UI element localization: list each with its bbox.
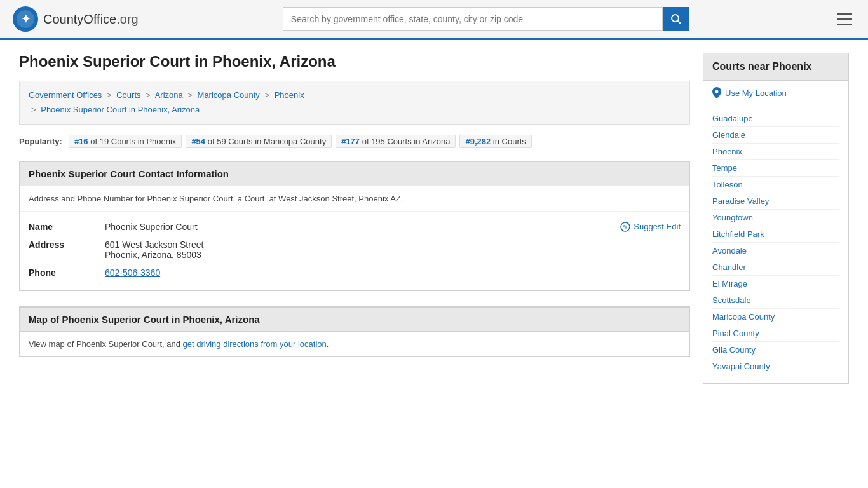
sidebar-link-glendale[interactable]: Glendale bbox=[712, 127, 839, 144]
breadcrumb: Government Offices > Courts > Arizona > … bbox=[19, 81, 690, 125]
contact-section: Phoenix Superior Court Contact Informati… bbox=[19, 161, 690, 291]
bc-sep-4: > bbox=[264, 90, 269, 100]
sidebar-link-yavapai-county[interactable]: Yavapai County bbox=[712, 358, 839, 374]
use-location-link[interactable]: Use My Location bbox=[725, 88, 787, 98]
page-title: Phoenix Superior Court in Phoenix, Arizo… bbox=[19, 53, 690, 71]
sidebar-link-el-mirage[interactable]: El Mirage bbox=[712, 276, 839, 292]
sidebar-link-litchfield-park[interactable]: Litchfield Park bbox=[712, 226, 839, 243]
content-area: Phoenix Superior Court in Phoenix, Arizo… bbox=[19, 53, 690, 384]
suggest-edit-icon: ✎ bbox=[620, 222, 630, 232]
sidebar-link-scottsdale[interactable]: Scottsdale bbox=[712, 292, 839, 309]
popularity-badge-3: #177 of 195 Courts in Arizona bbox=[336, 135, 456, 148]
sidebar-link-avondale[interactable]: Avondale bbox=[712, 243, 839, 259]
contact-description: Address and Phone Number for Phoenix Sup… bbox=[20, 186, 689, 212]
breadcrumb-arizona[interactable]: Arizona bbox=[155, 90, 183, 100]
contact-phone-row: Phone 602-506-3360 bbox=[29, 264, 681, 281]
contact-table-wrapper: Name Phoenix Superior Court ✎ Suggest Ed… bbox=[20, 212, 689, 290]
breadcrumb-phoenix[interactable]: Phoenix bbox=[275, 90, 304, 100]
sidebar-link-phoenix[interactable]: Phoenix bbox=[712, 144, 839, 160]
map-section: Map of Phoenix Superior Court in Phoenix… bbox=[19, 306, 690, 357]
contact-name-label: Name bbox=[29, 222, 105, 232]
logo-text: CountyOffice.org bbox=[43, 12, 139, 27]
popularity-badge-2: #54 of 59 Courts in Maricopa County bbox=[186, 135, 332, 148]
bc-sep-5: > bbox=[31, 105, 36, 114]
bc-sep-1: > bbox=[107, 90, 112, 100]
contact-address-row: Address 601 West Jackson Street Phoenix,… bbox=[29, 236, 681, 264]
svg-line-4 bbox=[677, 21, 681, 24]
svg-point-7 bbox=[715, 90, 719, 93]
svg-text:✎: ✎ bbox=[623, 224, 628, 231]
breadcrumb-gov-offices[interactable]: Government Offices bbox=[29, 90, 102, 100]
hamburger-button[interactable] bbox=[834, 10, 855, 29]
sidebar: Courts near Phoenix Use My Location Guad… bbox=[703, 53, 849, 384]
use-location: Use My Location bbox=[712, 87, 839, 104]
sidebar-link-chandler[interactable]: Chandler bbox=[712, 259, 839, 276]
breadcrumb-courts[interactable]: Courts bbox=[116, 90, 140, 100]
popularity-section: Popularity: #16 of 19 Courts in Phoenix … bbox=[19, 135, 690, 148]
location-pin-icon bbox=[712, 87, 721, 98]
search-input[interactable] bbox=[283, 7, 663, 31]
search-area bbox=[283, 7, 689, 31]
popularity-label: Popularity: bbox=[19, 137, 62, 146]
svg-text:✦: ✦ bbox=[21, 13, 31, 25]
suggest-edit-link[interactable]: ✎ Suggest Edit bbox=[620, 222, 681, 232]
logo-area: ✦ CountyOffice.org bbox=[13, 6, 139, 32]
sidebar-link-paradise-valley[interactable]: Paradise Valley bbox=[712, 193, 839, 210]
hamburger-line-3 bbox=[837, 24, 852, 25]
contact-address-value: 601 West Jackson Street Phoenix, Arizona… bbox=[105, 240, 681, 260]
hamburger-line-2 bbox=[837, 18, 852, 20]
sidebar-link-youngtown[interactable]: Youngtown bbox=[712, 210, 839, 226]
sidebar-link-tolleson[interactable]: Tolleson bbox=[712, 177, 839, 193]
contact-name-value-row: Phoenix Superior Court ✎ Suggest Edit bbox=[105, 222, 681, 232]
search-icon bbox=[670, 13, 682, 25]
logo-icon: ✦ bbox=[13, 6, 38, 32]
sidebar-link-guadalupe[interactable]: Guadalupe bbox=[712, 111, 839, 127]
sidebar-link-gila-county[interactable]: Gila County bbox=[712, 342, 839, 358]
contact-address-label: Address bbox=[29, 240, 105, 250]
sidebar-links: GuadalupeGlendalePhoenixTempeTollesonPar… bbox=[712, 111, 839, 374]
contact-name-value: Phoenix Superior Court bbox=[105, 222, 198, 232]
sidebar-link-pinal-county[interactable]: Pinal County bbox=[712, 325, 839, 342]
breadcrumb-maricopa[interactable]: Maricopa County bbox=[198, 90, 260, 100]
bc-sep-3: > bbox=[187, 90, 193, 100]
hamburger-line-1 bbox=[837, 13, 852, 15]
map-section-header: Map of Phoenix Superior Court in Phoenix… bbox=[20, 307, 689, 332]
sidebar-link-maricopa-county[interactable]: Maricopa County bbox=[712, 309, 839, 325]
driving-directions-link[interactable]: get driving directions from your locatio… bbox=[183, 339, 327, 349]
sidebar-header: Courts near Phoenix bbox=[703, 53, 849, 80]
contact-section-header: Phoenix Superior Court Contact Informati… bbox=[20, 161, 689, 186]
popularity-badge-4: #9,282 in Courts bbox=[459, 135, 531, 148]
header: ✦ CountyOffice.org bbox=[0, 0, 868, 40]
search-button[interactable] bbox=[663, 7, 689, 31]
sidebar-content: Use My Location GuadalupeGlendalePhoenix… bbox=[703, 80, 849, 384]
contact-phone-value: 602-506-3360 bbox=[105, 268, 681, 278]
popularity-badge-1: #16 of 19 Courts in Phoenix bbox=[69, 135, 182, 148]
map-description: View map of Phoenix Superior Court, and … bbox=[20, 332, 689, 356]
contact-phone-link[interactable]: 602-506-3360 bbox=[105, 268, 160, 278]
sidebar-link-tempe[interactable]: Tempe bbox=[712, 160, 839, 177]
main-container: Phoenix Superior Court in Phoenix, Arizo… bbox=[0, 40, 868, 396]
contact-name-row: Name Phoenix Superior Court ✎ Suggest Ed… bbox=[29, 218, 681, 236]
contact-phone-label: Phone bbox=[29, 268, 105, 278]
breadcrumb-current[interactable]: Phoenix Superior Court in Phoenix, Arizo… bbox=[41, 105, 200, 114]
bc-sep-2: > bbox=[146, 90, 151, 100]
